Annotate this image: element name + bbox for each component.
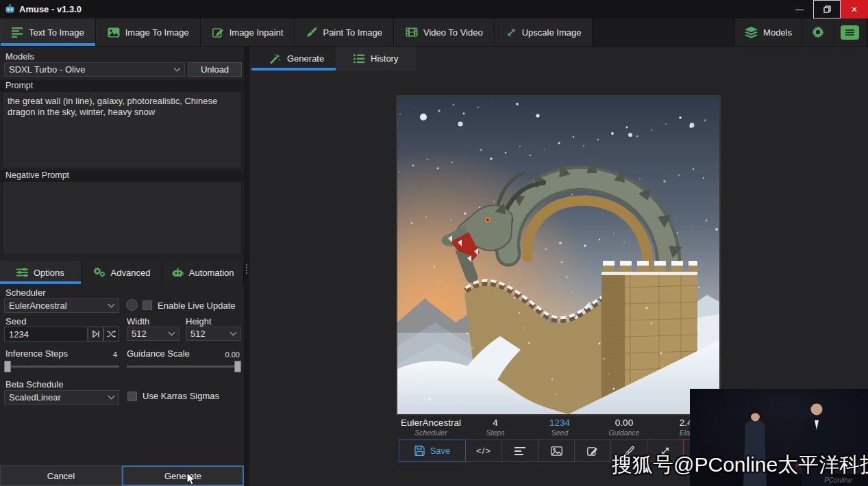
live-update-toggle[interactable] (126, 299, 138, 311)
seed-step-button[interactable] (88, 327, 103, 342)
live-update-label: Enable Live Update (158, 300, 235, 311)
chevron-down-icon (174, 65, 181, 72)
stat-label: Scheduler (399, 429, 463, 437)
generate-button[interactable]: Generate (122, 465, 244, 486)
save-button[interactable]: Save (399, 439, 466, 462)
window-title: Amuse - v1.3.0 (19, 4, 82, 14)
paintbrush-icon (306, 27, 317, 38)
seed-input[interactable] (4, 327, 88, 342)
models-label: Models (763, 27, 792, 38)
width-select[interactable]: 512 (127, 327, 179, 341)
scheduler-label: Scheduler (5, 287, 46, 298)
prompt-info-button[interactable] (501, 439, 538, 462)
list-icon (841, 25, 859, 40)
chevron-down-icon (230, 329, 237, 336)
tab-advanced[interactable]: Advanced (82, 261, 163, 284)
beta-schedule-select[interactable]: ScaledLinear (4, 390, 119, 405)
chevron-down-icon (169, 329, 175, 336)
image-icon (551, 446, 562, 456)
chevron-down-icon (108, 301, 115, 308)
gear-icon (812, 26, 824, 38)
tab-label: Options (34, 268, 64, 278)
prompt-header: Prompt (0, 80, 244, 92)
models-button[interactable]: Models (734, 18, 802, 46)
height-select[interactable]: 512 (186, 327, 241, 341)
guidance-scale-label: Guidance Scale (127, 348, 190, 359)
stat-seed: 1234 Seed (528, 417, 592, 439)
cancel-button[interactable]: Cancel (0, 465, 122, 486)
generated-image[interactable] (396, 95, 721, 415)
sliders-icon (16, 268, 28, 277)
nav-tab-label: Image To Image (125, 27, 189, 38)
panel-splitter[interactable] (244, 47, 249, 486)
settings-button[interactable] (802, 18, 834, 46)
nav-tab-label: Video To Video (423, 27, 483, 38)
nav-tab-text-to-image[interactable]: Text To Image (0, 18, 96, 46)
tab-label: History (371, 53, 398, 64)
model-select-value: SDXL Turbo - Olive (5, 64, 172, 75)
slider-thumb[interactable] (234, 361, 241, 372)
slider-thumb[interactable] (4, 361, 11, 372)
history-list-icon (354, 54, 364, 64)
upscale-arrow-icon (506, 27, 517, 38)
guidance-scale-value: 0.00 (218, 350, 240, 359)
restore-icon (823, 5, 831, 13)
tab-label: Advanced (111, 268, 151, 278)
edit-icon (587, 446, 598, 456)
gears-icon (93, 267, 106, 278)
copy-code-button[interactable]: </> (465, 439, 502, 462)
edit-square-icon (212, 27, 224, 38)
negative-prompt-input[interactable] (2, 181, 242, 255)
nav-tab-image-inpaint[interactable]: Image Inpaint (201, 18, 295, 46)
tab-history[interactable]: History (336, 47, 416, 71)
left-panel: Models SDXL Turbo - Olive Unload Prompt … (0, 47, 244, 486)
model-select[interactable]: SDXL Turbo - Olive (4, 62, 185, 77)
text-lines-icon (12, 27, 23, 38)
unload-button[interactable]: Unload (188, 62, 242, 77)
nav-tab-paint-to-image[interactable]: Paint To Image (295, 18, 393, 46)
slider-track (4, 366, 119, 368)
send-to-image-button[interactable] (538, 439, 575, 462)
save-label: Save (430, 446, 451, 456)
nav-tab-label: Text To Image (29, 27, 84, 38)
seed-shuffle-button[interactable] (103, 327, 119, 342)
inference-steps-label: Inference Steps (5, 348, 68, 359)
nav-tab-label: Paint To Image (323, 27, 382, 38)
prompt-input[interactable]: the great wall (in line), galaxy, photor… (2, 92, 242, 168)
stat-label: Seed (528, 429, 592, 437)
stat-value: 1234 (528, 418, 592, 428)
tab-automation[interactable]: Automation (162, 261, 244, 284)
tab-options[interactable]: Options (0, 261, 82, 284)
nav-tab-image-to-image[interactable]: Image To Image (96, 18, 201, 46)
stat-steps: 4 Steps (463, 417, 528, 439)
scheduler-value: EulerAncestral (5, 300, 106, 311)
code-icon: </> (476, 446, 491, 456)
nav-tab-upscale-image[interactable]: Upscale Image (495, 18, 593, 46)
film-icon (406, 27, 418, 37)
guidance-scale-slider[interactable] (127, 361, 241, 372)
scheduler-select[interactable]: EulerAncestral (4, 298, 119, 313)
tab-label: Generate (287, 53, 324, 64)
minimize-button[interactable]: — (786, 0, 813, 18)
text-align-icon (514, 447, 525, 455)
maximize-button[interactable] (813, 0, 841, 18)
slider-track (127, 366, 241, 368)
tab-generate[interactable]: Generate (251, 47, 342, 71)
send-to-inpaint-button[interactable] (574, 439, 611, 462)
stat-value: 0.00 (592, 418, 656, 428)
close-button[interactable]: ✕ (841, 0, 868, 18)
stat-scheduler: EulerAncestral Scheduler (399, 417, 463, 439)
karras-sigmas-label: Use Karras Sigmas (142, 391, 219, 401)
width-label: Width (127, 316, 149, 327)
tab-label: Automation (189, 268, 234, 278)
height-label: Height (186, 316, 212, 327)
width-value: 512 (127, 329, 166, 339)
queue-list-button[interactable] (834, 18, 865, 46)
inference-steps-value: 4 (106, 350, 117, 359)
karras-sigmas-checkbox[interactable] (127, 392, 137, 401)
live-update-checkbox[interactable] (142, 300, 152, 310)
inference-steps-slider[interactable] (4, 361, 119, 372)
robot-icon (172, 268, 184, 278)
watermark-text: 搜狐号@PConline太平洋科技 (612, 451, 868, 479)
nav-tab-video-to-video[interactable]: Video To Video (394, 18, 495, 46)
